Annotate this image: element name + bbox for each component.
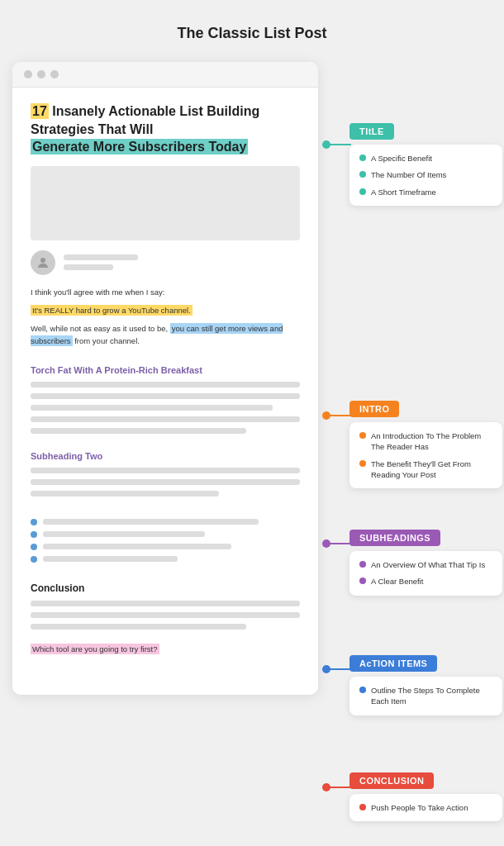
conclusion-heading: Conclusion <box>31 582 300 594</box>
page-title: The Classic List Post <box>177 25 326 42</box>
annotation-item: Outline The Steps To Complete Each Item <box>359 685 492 707</box>
bullet-item-3 <box>31 544 300 550</box>
svg-point-3 <box>322 411 330 420</box>
ann-dot <box>359 460 366 467</box>
content-line <box>31 405 273 411</box>
bullet-dot-2 <box>31 531 37 538</box>
bullet-line-1 <box>43 519 259 525</box>
annotation-subheadings: SUBHEADINGS An Overview Of What That Tip… <box>349 530 502 596</box>
title-text: Insanely Actionable List Building Strate… <box>31 104 259 136</box>
annotation-tag-subheadings: SUBHEADINGS <box>349 530 440 546</box>
annotation-tag-intro: INTRO <box>349 401 399 417</box>
annotation-item: Push People To Take Action <box>359 802 492 813</box>
annotation-box-intro: An Introduction To The Problem The Reade… <box>349 422 502 488</box>
conclusion-cta: Which tool are you going to try first? <box>31 644 300 655</box>
annotation-box-title: A Specific Benefit The Number Of Items A… <box>349 145 502 206</box>
author-lines <box>64 254 138 270</box>
ann-dot <box>359 804 366 810</box>
browser-dot-1 <box>24 70 32 78</box>
author-date-line <box>64 264 113 270</box>
content-line <box>31 382 300 387</box>
content-line <box>31 491 219 497</box>
featured-image <box>31 166 300 240</box>
annotation-item: An Overview Of What That Tip Is <box>359 559 492 570</box>
action-items-list <box>31 519 300 563</box>
ann-dot <box>359 577 366 584</box>
blog-content: 17 Insanely Actionable List Building Str… <box>12 88 318 670</box>
bullet-line-4 <box>43 556 178 562</box>
ann-dot <box>359 188 366 195</box>
svg-point-5 <box>322 539 330 548</box>
content-line <box>31 416 300 422</box>
annotation-item: A Specific Benefit <box>359 153 492 164</box>
annotation-item: A Clear Benefit <box>359 576 492 587</box>
subheading-1: Torch Fat With A Protein-Rich Breakfast <box>31 365 300 375</box>
bullet-dot-1 <box>31 519 37 525</box>
blog-title: 17 Insanely Actionable List Building Str… <box>31 102 300 156</box>
content-line <box>31 624 246 630</box>
svg-point-0 <box>40 258 45 263</box>
content-line <box>31 468 300 473</box>
annotation-item: The Number Of Items <box>359 169 492 180</box>
annotations-panel: TItLE A Specific Benefit The Number Of I… <box>326 62 492 695</box>
browser-mockup: 17 Insanely Actionable List Building Str… <box>12 62 318 695</box>
subheading-2: Subheading Two <box>31 451 300 461</box>
bullet-dot-3 <box>31 544 37 550</box>
content-line <box>31 612 300 618</box>
content-line <box>31 428 246 434</box>
annotation-box-conclusion: Push People To Take Action <box>349 794 502 821</box>
svg-point-1 <box>322 140 330 149</box>
content-line <box>31 393 300 399</box>
annotation-tag-conclusion: CONCLUSION <box>349 772 434 789</box>
bullet-item-2 <box>31 531 300 538</box>
annotation-action-items: AcTION ITEMS Outline The Steps To Comple… <box>349 655 502 715</box>
content-line <box>31 601 300 606</box>
intro-highlight1: It's REALLY hard to grow a YouTube chann… <box>31 305 300 316</box>
ann-dot <box>359 561 366 568</box>
annotation-item: A Short Timeframe <box>359 187 492 197</box>
annotation-item: An Introduction To The Problem The Reade… <box>359 430 492 453</box>
browser-dot-3 <box>50 70 59 78</box>
annotation-box-subheadings: An Overview Of What That Tip Is A Clear … <box>349 551 502 596</box>
ann-dot <box>359 171 366 178</box>
svg-point-9 <box>322 783 330 791</box>
author-row <box>31 250 300 275</box>
bullet-dot-4 <box>31 556 37 563</box>
annotation-box-action-items: Outline The Steps To Complete Each Item <box>349 677 502 715</box>
svg-point-7 <box>322 665 330 673</box>
annotation-tag-action-items: AcTION ITEMS <box>349 655 437 672</box>
bullet-line-2 <box>43 531 205 537</box>
browser-dot-2 <box>37 70 45 78</box>
diagram-wrapper: 17 Insanely Actionable List Building Str… <box>12 62 492 695</box>
ann-dot <box>359 432 366 439</box>
ann-dot <box>359 154 366 161</box>
intro-text2: Well, while not as easy as it used to be… <box>31 323 300 347</box>
ann-dot <box>359 687 366 693</box>
title-number: 17 <box>31 103 49 119</box>
annotation-conclusion: CONCLUSION Push People To Take Action <box>349 772 502 821</box>
author-avatar <box>31 250 55 275</box>
annotation-tag-title: TItLE <box>349 123 394 140</box>
annotation-intro: INTRO An Introduction To The Problem The… <box>349 401 502 488</box>
bullet-line-3 <box>43 544 231 549</box>
title-highlighted: Generate More Subscribers Today <box>31 139 248 154</box>
bullet-item-1 <box>31 519 300 525</box>
content-line <box>31 479 300 485</box>
bullet-item-4 <box>31 556 300 563</box>
browser-topbar <box>12 62 318 88</box>
author-name-line <box>64 254 138 260</box>
annotation-title: TItLE A Specific Benefit The Number Of I… <box>349 123 502 206</box>
intro-text1: I think you'll agree with me when I say: <box>31 287 300 298</box>
annotation-item: The Benefit They'll Get From Reading You… <box>359 459 492 481</box>
